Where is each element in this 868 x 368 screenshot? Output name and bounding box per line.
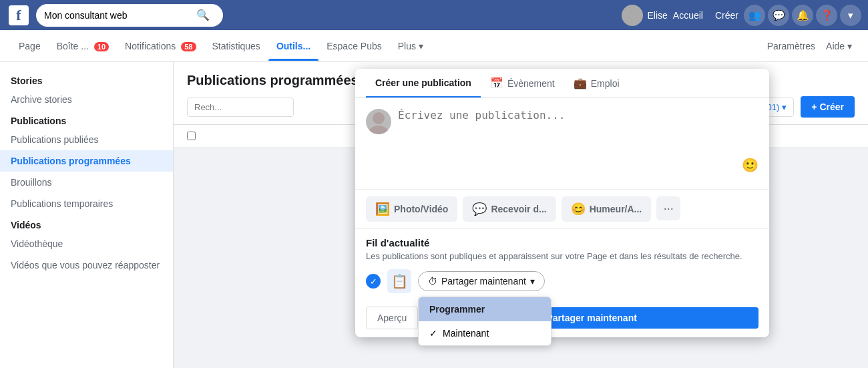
partager-dropdown-container: ⏱ Partager maintenant ▾ Programmer ✓ Mai…	[418, 271, 545, 291]
nav-accueil[interactable]: Accueil	[673, 10, 703, 21]
sidebar-section-stories: Stories Archive stories	[0, 70, 173, 110]
search-bar[interactable]: 🔍	[36, 4, 223, 27]
sidebar: Stories Archive stories Publications Pub…	[0, 62, 174, 368]
sidebar-section-title-stories: Stories	[0, 70, 173, 89]
modal-body: 🙂	[355, 98, 769, 189]
tab-plus[interactable]: Plus ▾	[390, 31, 431, 61]
sidebar-section-publications: Publications Publications publiées Publi…	[0, 110, 173, 214]
dropdown-item-maintenant[interactable]: ✓ Maintenant	[419, 321, 551, 345]
tab-outils[interactable]: Outils...	[268, 31, 318, 61]
messenger-icon[interactable]: 💬	[768, 5, 789, 26]
search-icon: 🔍	[196, 9, 210, 21]
svg-point-2	[373, 112, 385, 124]
modal-tab-publication[interactable]: Créer une publication	[366, 69, 481, 98]
messenger-action-icon: 💬	[472, 202, 487, 216]
search-input[interactable]	[44, 10, 191, 21]
chevron-down-icon[interactable]: ▾	[840, 5, 861, 26]
sidebar-item-publications-programmees[interactable]: Publications programmées	[0, 150, 173, 172]
tab-aide[interactable]: Aide ▾	[821, 41, 857, 51]
modal-tab-evenement[interactable]: 📅 Évènement	[481, 69, 564, 98]
dropdown-menu: Programmer ✓ Maintenant	[418, 297, 552, 346]
row-checkbox[interactable]	[187, 132, 196, 140]
fil-title: Fil d'actualité	[366, 237, 758, 248]
post-area	[366, 109, 758, 149]
photo-icon: 🖼️	[375, 202, 390, 216]
humeur-icon: 😊	[571, 202, 586, 216]
svg-point-3	[369, 126, 388, 134]
recevoir-button[interactable]: 💬 Recevoir d...	[463, 196, 556, 222]
search-filter-input[interactable]	[187, 98, 294, 117]
dropdown-item-programmer[interactable]: Programmer	[419, 297, 551, 321]
more-actions-button[interactable]: ···	[656, 196, 680, 220]
fil-row: ✓ 📋 ⏱ Partager maintenant ▾ Programmer ✓	[366, 269, 758, 293]
tab-statistiques[interactable]: Statistiques	[204, 31, 268, 61]
sidebar-section-title-publications: Publications	[0, 110, 173, 129]
nav-icons: 👥 💬 🔔 ❓ ▾	[744, 5, 861, 26]
evenement-icon: 📅	[490, 77, 503, 89]
tab-page[interactable]: Page	[11, 31, 49, 61]
people-icon[interactable]: 👥	[744, 5, 765, 26]
fb-logo-letter: f	[9, 5, 29, 25]
nav-user[interactable]: Elise	[622, 5, 667, 26]
tab-notifications[interactable]: Notifications 58	[117, 31, 204, 61]
sidebar-item-brouillons[interactable]: Brouillons	[0, 172, 173, 193]
fil-section: Fil d'actualité Les publications sont pu…	[355, 228, 769, 301]
humeur-button[interactable]: 😊 Humeur/A...	[562, 196, 652, 222]
help-icon[interactable]: ❓	[816, 5, 837, 26]
notifications-badge: 58	[181, 42, 196, 51]
create-button[interactable]: + Créer	[801, 96, 855, 118]
emoji-button[interactable]: 🙂	[742, 157, 758, 173]
fil-check-icon: ✓	[366, 274, 381, 289]
fil-description: Les publications sont publiques et appar…	[366, 251, 758, 261]
svg-point-0	[629, 9, 636, 17]
clock-icon: ⏱	[428, 276, 437, 287]
nav-links: Accueil Créer	[673, 10, 738, 21]
top-navigation: f 🔍 Elise Accueil Créer 👥 💬 🔔 ❓ ▾	[0, 0, 868, 30]
page-tabs: Page Boîte ... 10 Notifications 58 Stati…	[0, 30, 868, 62]
photo-video-button[interactable]: 🖼️ Photo/Vidéo	[366, 196, 457, 222]
sidebar-section-title-videos: Vidéos	[0, 214, 173, 233]
tab-parametres[interactable]: Paramètres	[762, 41, 821, 51]
sidebar-section-videos: Vidéos Vidéothèque Vidéos que vous pouve…	[0, 214, 173, 276]
dropdown-arrow-icon: ▾	[530, 276, 535, 287]
emoji-area: 🙂	[366, 157, 758, 178]
create-publication-modal: Créer une publication 📅 Évènement 💼 Empl…	[355, 69, 769, 337]
user-name: Elise	[647, 10, 667, 21]
modal-tab-emploi[interactable]: 💼 Emploi	[564, 69, 629, 98]
sidebar-item-publications-temporaires[interactable]: Publications temporaires	[0, 193, 173, 214]
sidebar-item-videos-reapposter[interactable]: Vidéos que vous pouvez réapposter	[0, 254, 173, 276]
emploi-icon: 💼	[574, 77, 587, 89]
post-avatar	[366, 109, 391, 134]
svg-point-1	[626, 17, 638, 23]
apercu-button[interactable]: Aperçu	[366, 307, 418, 329]
modal-actions: 🖼️ Photo/Vidéo 💬 Recevoir d... 😊 Humeur/…	[355, 189, 769, 228]
sidebar-item-publications-publiees[interactable]: Publications publiées	[0, 129, 173, 150]
boite-badge: 10	[94, 42, 109, 51]
sidebar-item-archive-stories[interactable]: Archive stories	[0, 89, 173, 110]
notification-icon[interactable]: 🔔	[792, 5, 813, 26]
tab-boite[interactable]: Boîte ... 10	[49, 31, 117, 61]
modal-bottom: Aperçu Partager maintenant	[355, 301, 769, 337]
nav-creer[interactable]: Créer	[715, 10, 738, 21]
modal-tabs: Créer une publication 📅 Évènement 💼 Empl…	[355, 69, 769, 98]
fil-box-icon: 📋	[387, 269, 411, 293]
facebook-logo[interactable]: f	[7, 3, 31, 27]
partager-button[interactable]: ⏱ Partager maintenant ▾	[418, 271, 545, 291]
sidebar-item-videotheque[interactable]: Vidéothèque	[0, 233, 173, 254]
avatar	[622, 5, 643, 26]
check-mark-icon: ✓	[429, 328, 437, 339]
main-layout: Stories Archive stories Publications Pub…	[0, 62, 868, 368]
content-area: Publications programmées ‹ › Programmée …	[174, 62, 868, 368]
tab-espace-pubs[interactable]: Espace Pubs	[318, 31, 390, 61]
post-textarea[interactable]	[398, 109, 758, 149]
